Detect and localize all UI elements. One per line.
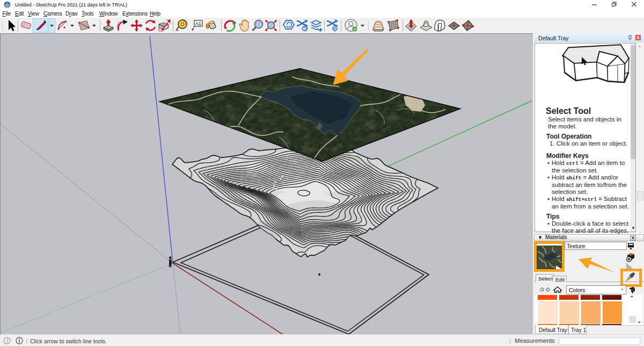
- svg-text:A1: A1: [195, 21, 201, 26]
